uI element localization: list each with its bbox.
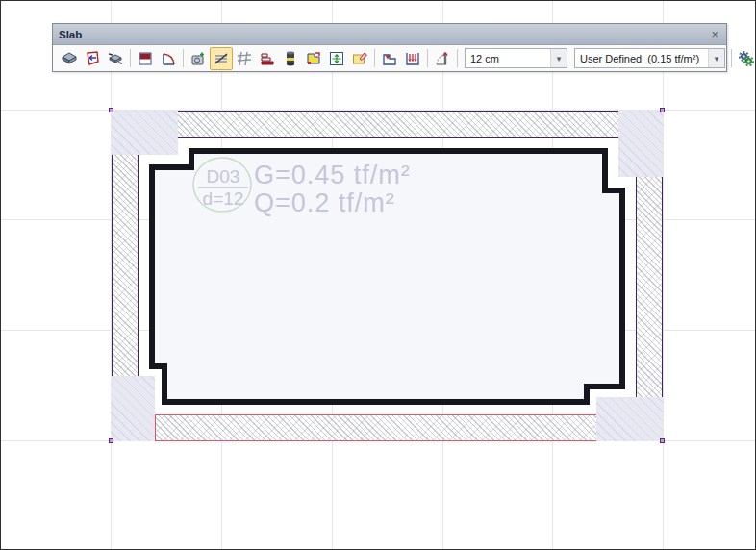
- mesh-display-icon: [236, 50, 253, 67]
- toolbar-separator: [374, 49, 375, 67]
- window-title: Slab: [59, 29, 82, 40]
- arc-edge-button[interactable]: [157, 47, 180, 70]
- hatch-display-button[interactable]: [210, 47, 233, 70]
- span-direction-icon: [328, 50, 345, 67]
- arc-edge-icon: [160, 50, 177, 67]
- selection-handle-bottom-right[interactable]: [660, 438, 665, 443]
- toolbar-separator: [457, 49, 458, 67]
- hatch-display-icon: [213, 50, 230, 67]
- load-dropdown[interactable]: User Defined (0.15 tf/m²) ▾: [574, 48, 725, 68]
- area-load-icon: [404, 50, 421, 67]
- slab-drawing: D03 d=12 G=0.45 tf/m² Q=0.2 tf/m²: [1, 1, 756, 550]
- drop-panel-button[interactable]: [378, 47, 401, 70]
- stamp-properties-icon: [189, 50, 207, 67]
- drop-panel-icon: [381, 50, 398, 67]
- step-section-button[interactable]: [256, 47, 279, 70]
- match-properties-icon: [107, 50, 124, 67]
- slab-id-label: D03: [207, 166, 240, 187]
- half-section-button[interactable]: [134, 47, 157, 70]
- slab-toolbar-window: Slab ×: [52, 23, 727, 72]
- chevron-down-icon[interactable]: ▾: [708, 49, 724, 67]
- live-load-label: Q=0.2 tf/m²: [254, 188, 395, 217]
- new-slab-icon: [61, 50, 78, 67]
- toolbar-separator: [130, 49, 131, 67]
- selection-handle-top-right[interactable]: [660, 108, 665, 112]
- dead-load-label: G=0.45 tf/m²: [254, 161, 411, 189]
- slab-thickness-label: d=12: [203, 188, 244, 209]
- erase-region-button[interactable]: [348, 47, 371, 70]
- titlebar[interactable]: Slab ×: [53, 24, 726, 45]
- chevron-down-icon[interactable]: ▾: [550, 49, 567, 67]
- column-light-icon: [282, 50, 299, 67]
- selection-handle-bottom-left[interactable]: [109, 438, 113, 443]
- area-load-button[interactable]: [401, 47, 424, 70]
- load-value: User Defined (0.15 tf/m²): [580, 53, 699, 64]
- settings-gears-icon: [738, 50, 755, 67]
- span-direction-button[interactable]: [325, 47, 348, 70]
- import-polygon-button[interactable]: [81, 47, 104, 70]
- stamp-properties-button[interactable]: [187, 47, 210, 70]
- edit-region-icon: [305, 50, 322, 67]
- mesh-display-button[interactable]: [233, 47, 256, 70]
- thickness-dropdown[interactable]: 12 cm ▾: [465, 48, 567, 68]
- selection-handle-top-left[interactable]: [109, 108, 113, 112]
- toolbar-separator: [731, 49, 732, 67]
- thickness-value: 12 cm: [470, 53, 499, 64]
- toolbar-separator: [183, 49, 184, 67]
- new-slab-button[interactable]: [58, 47, 81, 70]
- toolbar-separator: [427, 49, 428, 67]
- slope-angle-icon: [434, 50, 451, 67]
- settings-button[interactable]: [735, 47, 756, 70]
- toolbar: 12 cm ▾ User Defined (0.15 tf/m²) ▾: [53, 45, 726, 71]
- erase-region-icon: [351, 50, 368, 67]
- half-section-icon: [137, 50, 154, 67]
- close-icon[interactable]: ×: [709, 28, 720, 40]
- import-polygon-icon: [84, 50, 101, 67]
- slope-angle-button[interactable]: [431, 47, 454, 70]
- match-properties-button[interactable]: [104, 47, 127, 70]
- column-light-button[interactable]: [279, 47, 302, 70]
- edit-region-button[interactable]: [302, 47, 325, 70]
- cad-canvas[interactable]: D03 d=12 G=0.45 tf/m² Q=0.2 tf/m² Slab ×: [0, 0, 756, 550]
- step-section-icon: [259, 50, 276, 67]
